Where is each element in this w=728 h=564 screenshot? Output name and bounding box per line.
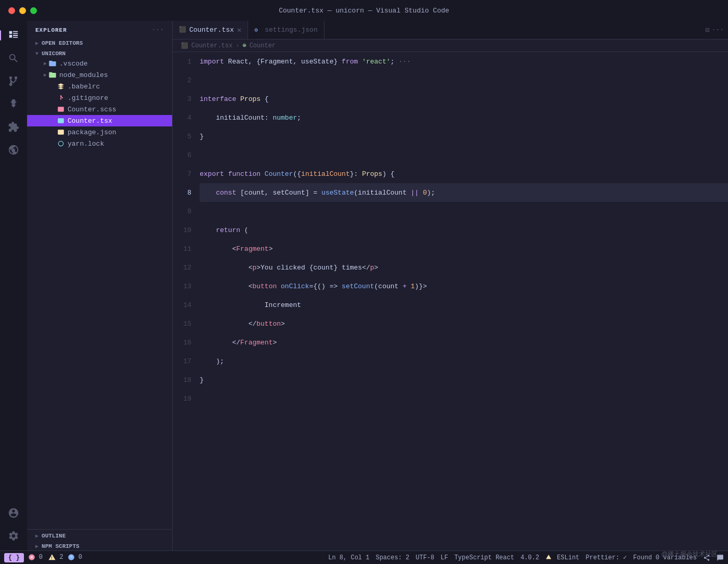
minimize-button[interactable] [19,7,26,14]
code-line-1: import React, {Fragment, useState} from … [200,52,728,71]
file-babelrc[interactable]: .babelrc [27,81,172,92]
tsx-icon [56,116,66,125]
line-num-17: 17 [173,352,191,370]
line-num-13: 13 [173,277,191,296]
line-num-12: 12 [173,258,191,277]
maximize-button[interactable] [30,7,37,14]
file-gitignore[interactable]: .gitignore [27,92,172,104]
split-editor-icon[interactable]: ⊡ [706,26,710,34]
editor-content[interactable]: 1 2 3 4 5 6 7 8 9 10 11 12 13 14 15 16 1… [173,52,728,550]
activity-account[interactable] [3,503,24,523]
code-line-5: } [200,127,728,146]
tab-settings-json[interactable]: ⚙ settings.json [248,21,324,39]
activity-search[interactable] [3,48,24,69]
editor-container: ⬛ Counter.tsx ✕ ⚙ settings.json ⊡ ··· ⬛ … [173,21,728,550]
outline-section[interactable]: ▶ OUTLINE [27,530,172,540]
activity-settings[interactable] [3,525,24,546]
status-spaces[interactable]: Spaces: 2 [375,554,409,561]
breadcrumb-symbol[interactable]: Counter [250,42,276,49]
breadcrumb-file[interactable]: Counter.tsx [191,42,232,49]
outline-label: OUTLINE [42,533,66,539]
status-version[interactable]: 4.0.2 [521,554,539,561]
line-num-5: 5 [173,127,191,146]
line-numbers: 1 2 3 4 5 6 7 8 9 10 11 12 13 14 15 16 1… [173,52,198,550]
npm-scripts-section[interactable]: ▶ NPM SCRIPTS [27,540,172,550]
tab-counter-tsx[interactable]: ⬛ Counter.tsx ✕ [173,21,248,39]
folder-icon [48,59,57,68]
line-num-8: 8 [173,183,191,202]
open-editors-label: OPEN EDITORS [42,40,83,46]
line-num-7: 7 [173,164,191,183]
file-counter-tsx[interactable]: Counter.tsx [27,115,172,126]
activity-bottom [3,503,24,546]
line-num-2: 2 [173,71,191,89]
yarn-icon [56,139,66,148]
window-controls[interactable] [8,7,37,14]
code-line-18: } [200,370,728,389]
window-title: Counter.tsx — unicorn — Visual Studio Co… [279,7,449,15]
code-line-16: </Fragment> [200,333,728,352]
file-yarn-lock[interactable]: yarn.lock [27,138,172,149]
unicorn-section[interactable]: ▼ UNICORN [27,47,172,58]
status-prettier[interactable]: Prettier: ✓ [586,554,627,561]
code-line-4: initialCount: number; [200,108,728,127]
code-line-15: </button> [200,314,728,333]
status-brand[interactable]: { } [4,553,24,562]
status-language[interactable]: TypeScript React [454,554,514,561]
svg-rect-2 [58,118,64,123]
code-line-17: ); [200,352,728,370]
activity-debug[interactable] [3,94,24,114]
chevron-down-icon: ▼ [35,51,38,57]
code-line-3: interface Props { [200,89,728,108]
line-num-3: 3 [173,89,191,108]
status-eol[interactable]: LF [440,554,448,561]
chevron-right-icon: ▶ [35,40,38,46]
svg-point-4 [58,141,63,146]
file-node-modules[interactable]: ▶ node_modules [27,69,172,81]
unicorn-label: UNICORN [42,50,66,57]
line-num-9: 9 [173,202,191,221]
chevron-right-icon: ▶ [35,543,38,549]
file-vscode[interactable]: ▶ .vscode [27,58,172,69]
status-info-count: 0 [79,554,82,561]
titlebar: Counter.tsx — unicorn — Visual Studio Co… [0,0,728,21]
status-encoding[interactable]: UTF-8 [415,554,434,561]
tsx-tab-icon: ⬛ [179,26,186,33]
explorer-title: EXPLORER [35,27,67,33]
code-area[interactable]: import React, {Fragment, useState} from … [198,52,728,550]
sidebar-actions[interactable]: ··· [152,26,164,34]
status-position[interactable]: Ln 8, Col 1 [328,554,369,561]
sidebar: EXPLORER ··· ▶ OPEN EDITORS ▼ UNICORN ▶ [27,21,173,550]
activity-source-control[interactable] [3,71,24,92]
code-line-2 [200,71,728,89]
file-vscode-label: .vscode [59,60,88,68]
status-feedback[interactable] [717,554,724,561]
tab-close-icon[interactable]: ✕ [237,25,241,34]
line-num-6: 6 [173,146,191,164]
status-errors[interactable]: 0 2 [28,554,63,561]
svg-rect-1 [58,107,64,111]
tab-counter-tsx-label: Counter.tsx [189,26,234,34]
line-num-11: 11 [173,239,191,258]
code-line-12: <p>You clicked {count} times</p> [200,258,728,277]
status-error-count: 0 [39,554,43,561]
status-info[interactable]: 0 [68,554,82,561]
status-eslint[interactable]: ESLint [545,554,579,561]
sidebar-more-icon[interactable]: ··· [152,26,164,34]
sidebar-section: ▶ OPEN EDITORS ▼ UNICORN ▶ .vscode ▶ [27,37,172,149]
chevron-right-icon: ▶ [44,60,47,67]
activity-extensions[interactable] [3,117,24,137]
breadcrumb: ⬛ Counter.tsx › ⊕ Counter [173,40,728,52]
open-editors-section[interactable]: ▶ OPEN EDITORS [27,37,172,47]
file-package-json[interactable]: package.json [27,126,172,138]
activity-explorer[interactable] [3,25,24,46]
scss-icon [56,105,66,114]
file-counter-scss[interactable]: Counter.scss [27,104,172,115]
close-button[interactable] [8,7,15,14]
activity-remote[interactable] [3,139,24,160]
more-actions-icon[interactable]: ··· [712,26,724,34]
code-line-13: <button onClick={() => setCount(count + … [200,277,728,296]
json-tab-icon: ⚙ [254,27,262,34]
tab-actions[interactable]: ⊡ ··· [701,26,728,34]
line-num-1: 1 [173,52,191,71]
